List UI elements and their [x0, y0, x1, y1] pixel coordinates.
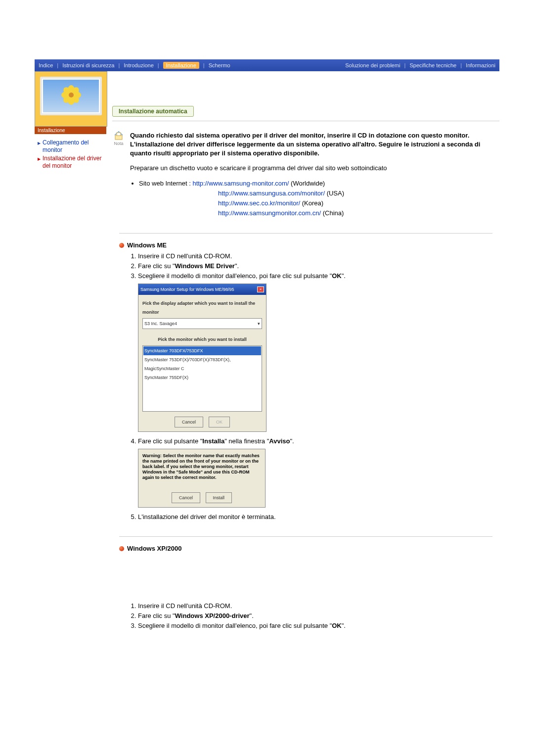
adapter-value: S3 Inc. Savage4 [144, 319, 177, 328]
site-suffix: (USA) [325, 189, 344, 197]
nav-schermo[interactable]: Schermo [209, 62, 230, 68]
note-icon: Nota [112, 131, 125, 146]
section-windows-me: Windows ME [119, 241, 499, 249]
ok-button[interactable]: OK [209, 417, 230, 427]
bold-text: OK [332, 622, 342, 629]
bold-text: Installa [202, 437, 224, 445]
section-title: Windows ME [127, 241, 167, 249]
nav-introduzione[interactable]: Introduzione [124, 62, 154, 68]
nav-sep: | [404, 62, 406, 68]
site-link-usa[interactable]: http://www.samsungusa.com/monitor/ [218, 189, 325, 197]
site-row: Sito web Internet : http://www.samsung-m… [139, 179, 499, 218]
steps-xp: Inserire il CD nell'unità CD-ROM. Fare c… [127, 602, 499, 630]
nav-indice[interactable]: Indice [39, 62, 53, 68]
step-item: Scegliere il modello di monitor dall'ele… [138, 621, 499, 630]
note-text: Quando richiesto dal sistema operativo p… [130, 131, 499, 158]
prepare-text: Preparare un dischetto vuoto e scaricare… [130, 164, 499, 173]
flower-icon [61, 85, 81, 105]
nav-installazione[interactable]: Installazione [163, 62, 199, 69]
divider [119, 233, 492, 234]
adapter-select[interactable]: S3 Inc. Savage4 ▾ [142, 318, 262, 329]
sidebar-item-installazione-driver[interactable]: Installazione del driver del monitor [38, 155, 106, 170]
sidebar-links: Collegamento del monitor Installazione d… [35, 134, 106, 170]
sidebar-thumbnail [35, 71, 107, 127]
bullet-icon [119, 546, 124, 551]
dialog-buttons: Cancel Install [142, 492, 261, 503]
nav-sep: | [460, 62, 462, 68]
dialog-titlebar: Samsung Monitor Setup for Windows ME/98/… [138, 284, 266, 295]
divider [112, 121, 499, 121]
monitor-list[interactable]: SyncMaster 703DFX/753DFX SyncMaster 753D… [142, 345, 262, 412]
tab-installazione-automatica[interactable]: Installazione automatica [112, 106, 194, 117]
site-suffix: (China) [321, 209, 344, 217]
site-link-china[interactable]: http://www.samsungmonitor.com.cn/ [218, 209, 321, 217]
nav-sep: | [57, 62, 58, 68]
step-item: Fare clic su "Windows XP/2000-driver". [138, 612, 499, 620]
arrow-icon [38, 139, 43, 147]
monitor-icon [40, 77, 102, 115]
nav-istruzioni[interactable]: Istruzioni di sicurezza [62, 62, 114, 68]
list-item[interactable]: SyncMaster 755DF(X) [143, 373, 261, 382]
nav-informazioni[interactable]: Informazioni [466, 62, 495, 68]
cancel-button[interactable]: Cancel [175, 417, 203, 427]
divider [119, 536, 492, 537]
site-link-worldwide[interactable]: http://www.samsung-monitor.com/ [192, 180, 289, 187]
section-windows-xp: Windows XP/2000 [119, 545, 499, 552]
section-title: Windows XP/2000 [127, 545, 181, 552]
site-row: http://www.samsungmonitor.com.cn/ (China… [218, 208, 499, 218]
step-item: Inserire il CD nell'unità CD-ROM. [138, 252, 499, 261]
sites-list: Sito web Internet : http://www.samsung-m… [130, 179, 499, 218]
dialog-monitor-setup: Samsung Monitor Setup for Windows ME/98/… [138, 284, 267, 432]
main-content: Installazione automatica Nota Quando ric… [106, 71, 499, 631]
close-icon[interactable]: × [257, 286, 264, 292]
list-item[interactable]: SyncMaster 753DF(X)/703DF(X)/783DF(X), M… [143, 355, 261, 373]
spacer [112, 555, 499, 600]
sidebar-item-collegamento[interactable]: Collegamento del monitor [38, 139, 106, 154]
step-item: Scegliere il modello di monitor dall'ele… [138, 272, 499, 432]
site-suffix: (Worldwide) [289, 180, 325, 187]
step-item: Fare clic sul pulsante "Installa" nella … [138, 437, 499, 508]
nav-specifiche[interactable]: Specifiche tecniche [409, 62, 456, 68]
bullet-icon [119, 243, 124, 248]
nav-soluzione[interactable]: Soluzione dei problemi [345, 62, 400, 68]
content-row: Installazione Collegamento del monitor I… [35, 71, 499, 631]
sidebar-section-label: Installazione [35, 127, 106, 134]
site-row: http://www.sec.co.kr/monitor/ (Korea) [218, 198, 499, 208]
dialog-label-adapter: Pick the display adapter which you want … [142, 299, 262, 317]
bold-text: Avviso [269, 437, 290, 445]
nav-sep: | [158, 62, 159, 68]
note-block: Nota Quando richiesto dal sistema operat… [112, 131, 499, 158]
bold-text: OK [332, 272, 342, 280]
chevron-down-icon: ▾ [258, 319, 260, 328]
site-link-korea[interactable]: http://www.sec.co.kr/monitor/ [218, 199, 300, 207]
bold-text: Windows XP/2000-driver [175, 612, 250, 619]
page-root: Indice | Istruzioni di sicurezza | Intro… [0, 0, 534, 661]
step-item: Fare clic su "Windows ME Driver". [138, 262, 499, 271]
step-item: L'installazione del driver del monitor è… [138, 513, 499, 521]
note-icon-label: Nota [114, 141, 123, 146]
nav-sep: | [118, 62, 120, 68]
sidebar-item-label: Installazione del driver del monitor [43, 155, 106, 170]
dialog-buttons: Cancel OK [142, 417, 262, 427]
warning-text: Warning: Select the monitor name that ex… [142, 453, 261, 480]
cancel-button[interactable]: Cancel [172, 492, 200, 503]
bold-text: Windows ME Driver [175, 262, 235, 270]
svg-rect-1 [117, 133, 121, 136]
dialog-label-monitor: Pick the monitor which you want to insta… [142, 335, 262, 344]
dialog-title-text: Samsung Monitor Setup for Windows ME/98/… [140, 285, 234, 294]
steps-me: Inserire il CD nell'unità CD-ROM. Fare c… [127, 252, 499, 521]
sidebar: Installazione Collegamento del monitor I… [35, 71, 106, 171]
site-lead: Sito web Internet : [139, 180, 191, 187]
top-nav: Indice | Istruzioni di sicurezza | Intro… [35, 59, 499, 71]
dialog-warning: Warning: Select the monitor name that ex… [138, 449, 266, 508]
dialog-body: Pick the display adapter which you want … [138, 295, 266, 431]
step-item: Inserire il CD nell'unità CD-ROM. [138, 602, 499, 611]
list-item[interactable]: SyncMaster 703DFX/753DFX [143, 346, 261, 355]
site-row: http://www.samsungusa.com/monitor/ (USA) [218, 189, 499, 198]
nav-sep: | [203, 62, 205, 68]
site-suffix: (Korea) [300, 199, 323, 207]
install-button[interactable]: Install [206, 492, 232, 503]
sidebar-item-label: Collegamento del monitor [43, 139, 106, 154]
arrow-icon [38, 155, 43, 163]
